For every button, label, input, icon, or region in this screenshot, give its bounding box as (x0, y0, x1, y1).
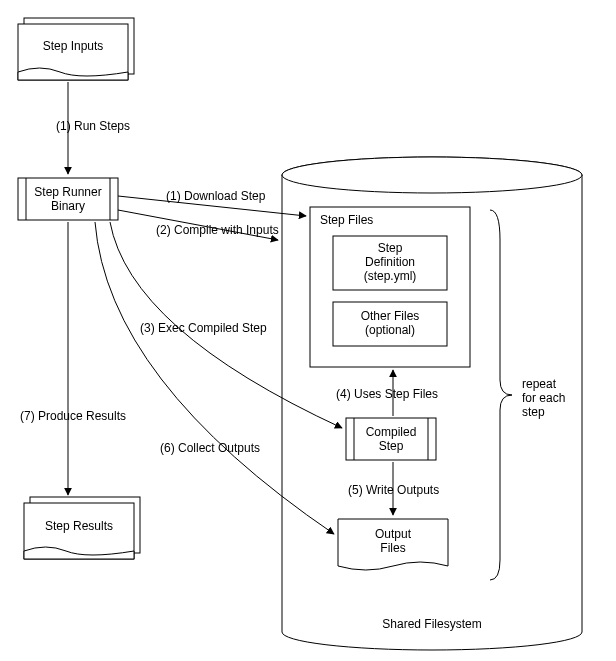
step-runner-binary-label-l1: Step Runner (34, 185, 101, 199)
edge-run-steps: (1) Run Steps (56, 82, 130, 174)
repeat-l3: step (522, 405, 545, 419)
compiled-step-l2: Step (379, 439, 404, 453)
collect-outputs-label: (6) Collect Outputs (160, 441, 260, 455)
repeat-l1: repeat (522, 377, 557, 391)
step-files-label: Step Files (320, 213, 373, 227)
output-files-l1: Output (375, 527, 412, 541)
step-definition-l1: Step (378, 241, 403, 255)
step-inputs-node: Step Inputs (18, 18, 134, 80)
shared-filesystem-label: Shared Filesystem (382, 617, 481, 631)
other-files-l1: Other Files (361, 309, 420, 323)
run-steps-label: (1) Run Steps (56, 119, 130, 133)
step-results-node: Step Results (24, 497, 140, 559)
produce-results-label: (7) Produce Results (20, 409, 126, 423)
step-results-label: Step Results (45, 519, 113, 533)
step-runner-binary-label-l2: Binary (51, 199, 85, 213)
step-definition-l3: (step.yml) (364, 269, 417, 283)
repeat-l2: for each (522, 391, 565, 405)
compile-with-inputs-label: (2) Compile with Inputs (156, 223, 279, 237)
write-outputs-label: (5) Write Outputs (348, 483, 439, 497)
compiled-step-l1: Compiled (366, 425, 417, 439)
output-files-node: Output Files (338, 519, 448, 570)
step-definition-l2: Definition (365, 255, 415, 269)
step-inputs-label: Step Inputs (43, 39, 104, 53)
uses-step-files-label: (4) Uses Step Files (336, 387, 438, 401)
edge-produce-results: (7) Produce Results (20, 222, 126, 495)
other-files-l2: (optional) (365, 323, 415, 337)
output-files-l2: Files (380, 541, 405, 555)
svg-point-1 (282, 157, 582, 193)
step-files-container: Step Files Step Definition (step.yml) Ot… (310, 207, 470, 367)
compiled-step-node: Compiled Step (346, 418, 436, 460)
edge-download-step: (1) Download Step (118, 189, 306, 216)
download-step-label: (1) Download Step (166, 189, 266, 203)
edge-compile-with-inputs: (2) Compile with Inputs (118, 210, 279, 240)
exec-compiled-step-label: (3) Exec Compiled Step (140, 321, 267, 335)
step-runner-binary-node: Step Runner Binary (18, 178, 118, 220)
